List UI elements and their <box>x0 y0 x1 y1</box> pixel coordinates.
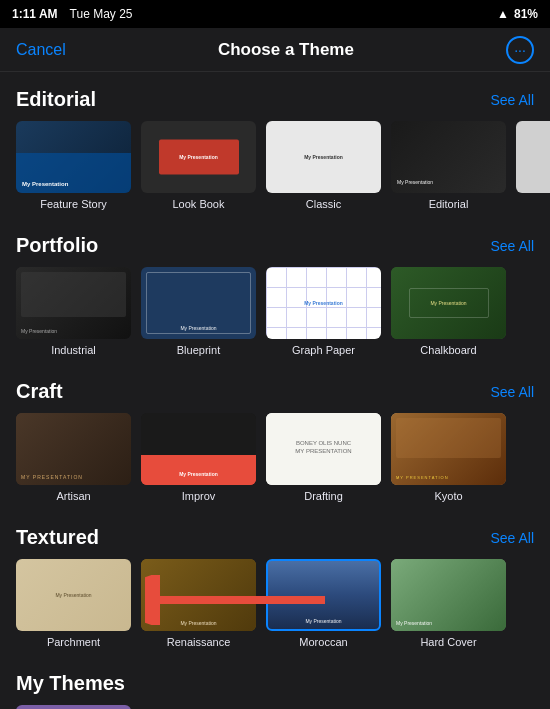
drafting-label: Drafting <box>304 490 343 502</box>
theme-chalkboard[interactable]: My Presentation Chalkboard <box>391 267 506 356</box>
kyoto-label: Kyoto <box>434 490 462 502</box>
artisan-thumb: MY PRESENTATION <box>16 413 131 485</box>
theme-parchment[interactable]: My Presentation Parchment <box>16 559 131 648</box>
nav-bar: Cancel Choose a Theme ··· <box>0 28 550 72</box>
feature-story-thumb: My Presentation <box>16 121 131 193</box>
textured-see-all[interactable]: See All <box>490 530 534 546</box>
chalkboard-thumb-text: My Presentation <box>430 300 466 306</box>
theme-picker-scroll: Editorial See All My Presentation Featur… <box>0 72 550 709</box>
craft-title: Craft <box>16 380 63 403</box>
kyoto-thumb-text: MY PRESENTATION <box>396 475 449 480</box>
portfolio-themes-row: My Presentation Industrial My Presentati… <box>0 267 550 356</box>
graph-paper-thumb-text: My Presentation <box>304 300 343 306</box>
nav-title: Choose a Theme <box>218 40 354 60</box>
look-book-thumb: My Presentation <box>141 121 256 193</box>
classic-label: Classic <box>306 198 341 210</box>
chalkboard-label: Chalkboard <box>420 344 476 356</box>
editorial-thumb-text: My Presentation <box>397 179 433 185</box>
ellipsis-icon: ··· <box>514 42 526 58</box>
editorial-themes-row: My Presentation Feature Story My Present… <box>0 121 550 210</box>
theme-graph-paper[interactable]: My Presentation Graph Paper <box>266 267 381 356</box>
look-book-label: Look Book <box>173 198 225 210</box>
theme-classic[interactable]: My Presentation Classic <box>266 121 381 210</box>
blueprint-thumb: My Presentation <box>141 267 256 339</box>
blueprint-thumb-text: My Presentation <box>180 325 216 331</box>
my-themes-row: B Lorem Ipsum Dolor ipsum sub rem Lorem … <box>0 705 550 709</box>
moroccan-label: Moroccan <box>299 636 347 648</box>
status-bar: 1:11 AM Tue May 25 ▲ 81% <box>0 0 550 28</box>
lorem-ipsum-thumb: B Lorem Ipsum Dolor ipsum sub rem <box>16 705 131 709</box>
portfolio-see-all[interactable]: See All <box>490 238 534 254</box>
status-day: Tue May 25 <box>70 7 133 21</box>
kyoto-thumb: MY PRESENTATION <box>391 413 506 485</box>
theme-editorial-item[interactable]: My Presentation Editorial <box>391 121 506 210</box>
improv-thumb: My Presentation <box>141 413 256 485</box>
improv-thumb-text: My Presentation <box>179 471 218 477</box>
theme-lorem-ipsum[interactable]: B Lorem Ipsum Dolor ipsum sub rem Lorem … <box>16 705 131 709</box>
theme-renaissance[interactable]: My Presentation Renaissance <box>141 559 256 648</box>
theme-improv[interactable]: My Presentation Improv <box>141 413 256 502</box>
feature-story-label: Feature Story <box>40 198 107 210</box>
section-textured: Textured See All My Presentation Parchme… <box>0 526 550 648</box>
textured-themes-row: My Presentation Parchment My Presentatio… <box>0 559 550 648</box>
drafting-thumb: BONEY OLIS NUNCMY PRESENTATION <box>266 413 381 485</box>
status-time: 1:11 AM <box>12 7 58 21</box>
my-themes-header: My Themes <box>0 672 550 695</box>
artisan-label: Artisan <box>56 490 90 502</box>
theme-blueprint[interactable]: My Presentation Blueprint <box>141 267 256 356</box>
theme-artisan[interactable]: MY PRESENTATION Artisan <box>16 413 131 502</box>
hard-cover-thumb-text: My Presentation <box>396 620 432 626</box>
section-editorial: Editorial See All My Presentation Featur… <box>0 88 550 210</box>
parchment-thumb-text: My Presentation <box>55 592 91 598</box>
graph-paper-thumb: My Presentation <box>266 267 381 339</box>
artisan-thumb-text: MY PRESENTATION <box>21 474 83 480</box>
battery-level: 81% <box>514 7 538 21</box>
improv-label: Improv <box>182 490 216 502</box>
renaissance-thumb-text: My Presentation <box>180 620 216 626</box>
hard-cover-thumb: My Presentation <box>391 559 506 631</box>
editorial-title: Editorial <box>16 88 96 111</box>
moroccan-thumb: My Presentation <box>266 559 381 631</box>
section-portfolio: Portfolio See All My Presentation Indust… <box>0 234 550 356</box>
more-button[interactable]: ··· <box>506 36 534 64</box>
textured-title: Textured <box>16 526 99 549</box>
editorial-item-thumb: My Presentation <box>391 121 506 193</box>
my-themes-title: My Themes <box>16 672 125 695</box>
editorial-item-label: Editorial <box>429 198 469 210</box>
feature-story-thumb-text: My Presentation <box>22 181 68 187</box>
industrial-thumb: My Presentation <box>16 267 131 339</box>
hard-cover-label: Hard Cover <box>420 636 476 648</box>
blueprint-label: Blueprint <box>177 344 220 356</box>
moroccan-thumb-text: My Presentation <box>305 618 341 624</box>
editorial-header: Editorial See All <box>0 88 550 111</box>
theme-feature-story[interactable]: My Presentation Feature Story <box>16 121 131 210</box>
textured-header: Textured See All <box>0 526 550 549</box>
graph-paper-label: Graph Paper <box>292 344 355 356</box>
industrial-thumb-text: My Presentation <box>21 328 57 334</box>
theme-look-book[interactable]: My Presentation Look Book <box>141 121 256 210</box>
drafting-thumb-text: BONEY OLIS NUNCMY PRESENTATION <box>295 439 351 456</box>
look-book-thumb-text: My Presentation <box>159 154 239 160</box>
editorial-partial-thumb <box>516 121 550 193</box>
industrial-label: Industrial <box>51 344 96 356</box>
parchment-label: Parchment <box>47 636 100 648</box>
theme-moroccan[interactable]: My Presentation Moroccan <box>266 559 381 648</box>
chalkboard-thumb: My Presentation <box>391 267 506 339</box>
theme-drafting[interactable]: BONEY OLIS NUNCMY PRESENTATION Drafting <box>266 413 381 502</box>
section-craft: Craft See All MY PRESENTATION Artisan My… <box>0 380 550 502</box>
craft-themes-row: MY PRESENTATION Artisan My Presentation … <box>0 413 550 502</box>
craft-see-all[interactable]: See All <box>490 384 534 400</box>
classic-thumb: My Presentation <box>266 121 381 193</box>
portfolio-title: Portfolio <box>16 234 98 257</box>
wifi-icon: ▲ <box>497 7 509 21</box>
classic-thumb-text: My Presentation <box>304 154 343 160</box>
cancel-button[interactable]: Cancel <box>16 41 66 59</box>
theme-hard-cover[interactable]: My Presentation Hard Cover <box>391 559 506 648</box>
craft-header: Craft See All <box>0 380 550 403</box>
theme-kyoto[interactable]: MY PRESENTATION Kyoto <box>391 413 506 502</box>
renaissance-label: Renaissance <box>167 636 231 648</box>
editorial-see-all[interactable]: See All <box>490 92 534 108</box>
portfolio-header: Portfolio See All <box>0 234 550 257</box>
theme-industrial[interactable]: My Presentation Industrial <box>16 267 131 356</box>
status-right: ▲ 81% <box>497 7 538 21</box>
